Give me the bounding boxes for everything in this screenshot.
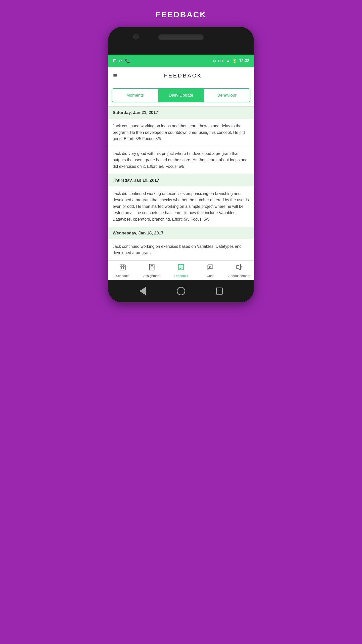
- content-area[interactable]: Saturday, Jan 21, 2017 Jack continued wo…: [108, 106, 254, 260]
- chat-icon: [207, 264, 214, 272]
- nav-label-assignment: Assignment: [143, 274, 160, 278]
- tab-moments[interactable]: Moments: [112, 89, 158, 102]
- phone-speaker: [158, 34, 204, 40]
- battery-icon: 🔋: [232, 59, 237, 63]
- mail-status-icon: ✉: [119, 59, 122, 63]
- nav-item-assignment[interactable]: Assignment: [137, 264, 166, 278]
- status-right-icons: ⊙ LTE ▲ 🔋 12:33: [213, 59, 249, 63]
- entry-1-1: Jack continued working on loops and then…: [108, 119, 254, 146]
- nav-label-chat: Chat: [207, 274, 213, 278]
- phone-status-icon: 📞: [125, 59, 130, 63]
- app-header-title: FEEDBACK: [117, 72, 249, 79]
- hamburger-menu-icon[interactable]: ≡: [113, 72, 117, 79]
- lte-icon: LTE: [218, 59, 224, 63]
- svg-marker-18: [237, 264, 241, 270]
- image-status-icon: 🖼: [113, 59, 117, 63]
- home-button[interactable]: [176, 287, 186, 296]
- nav-item-feedback[interactable]: Feedback: [166, 264, 196, 278]
- app-header: ≡ FEEDBACK: [108, 67, 254, 84]
- status-left-icons: 🖼 ✉ 📞: [113, 59, 130, 63]
- nav-item-announcement[interactable]: Announcement: [225, 264, 254, 278]
- nav-label-feedback: Feedback: [174, 274, 188, 278]
- tabs-container: Moments Daily Update Behaviour: [112, 88, 250, 102]
- date-header-2: Thursday, Jan 19, 2017: [108, 174, 254, 186]
- nav-label-schedule: Schedule: [116, 274, 129, 278]
- assignment-icon: [148, 264, 155, 272]
- entry-2-1: Jack did continued working on exercises …: [108, 186, 254, 227]
- nav-item-chat[interactable]: Chat: [196, 264, 225, 278]
- nav-item-schedule[interactable]: Schedule: [108, 264, 137, 278]
- phone-frame: 🖼 ✉ 📞 ⊙ LTE ▲ 🔋 12:33 ≡ FEEDBACK Moments…: [108, 27, 254, 302]
- page-background-title: FEEDBACK: [156, 5, 206, 27]
- date-header-3: Wednesday, Jan 18, 2017: [108, 227, 254, 239]
- phone-screen: 🖼 ✉ 📞 ⊙ LTE ▲ 🔋 12:33 ≡ FEEDBACK Moments…: [108, 55, 254, 280]
- status-bar: 🖼 ✉ 📞 ⊙ LTE ▲ 🔋 12:33: [108, 55, 254, 67]
- signal-icon: ▲: [226, 59, 230, 63]
- recents-square-icon: [216, 288, 223, 295]
- entry-1-2: Jack did very good with his project wher…: [108, 146, 254, 174]
- recents-button[interactable]: [215, 287, 224, 296]
- phone-bottom-bezel: [108, 280, 254, 302]
- phone-top-bezel: [108, 27, 254, 55]
- tab-behaviour[interactable]: Behaviour: [204, 89, 250, 102]
- nav-label-announcement: Announcement: [228, 274, 250, 278]
- entry-3-1: Jack continued working on exercises base…: [108, 239, 254, 260]
- feedback-nav-icon: [177, 264, 185, 272]
- schedule-icon: [119, 264, 126, 272]
- wifi-icon: ⊙: [213, 59, 216, 63]
- announcement-icon: [236, 264, 243, 272]
- bottom-nav: Schedule Assignment: [108, 260, 254, 280]
- phone-camera: [133, 34, 139, 39]
- tab-daily-update[interactable]: Daily Update: [158, 89, 204, 102]
- clock: 12:33: [239, 59, 249, 63]
- date-header-1: Saturday, Jan 21, 2017: [108, 106, 254, 119]
- back-button[interactable]: [138, 287, 147, 296]
- home-circle-icon: [177, 287, 185, 295]
- back-triangle-icon: [139, 287, 146, 295]
